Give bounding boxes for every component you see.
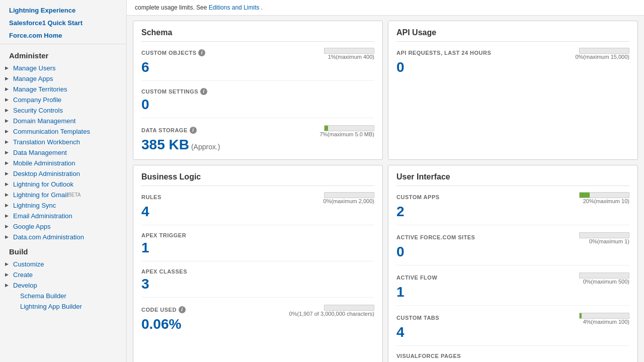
triangle-icon: ▶ (5, 65, 11, 71)
sidebar-section-administer: Administer (0, 46, 126, 63)
sidebar-item-label: Desktop Administration (13, 170, 80, 177)
sidebar-item-badge: BETA (68, 192, 80, 198)
progress-pct-custom-tabs: 4%(maximum 100) (583, 319, 629, 325)
metric-label-text-rules: RULES (141, 194, 162, 200)
sidebar-item-manage-territories[interactable]: ▶Manage Territories (0, 84, 126, 95)
sidebar-item-manage-users[interactable]: ▶Manage Users (0, 63, 126, 73)
info-icon-custom-settings[interactable]: i (200, 88, 207, 95)
sidebar-item-label: Manage Apps (13, 75, 53, 82)
sidebar-item-label: Communication Templates (13, 128, 90, 135)
sidebar-top-item-forcecom-home[interactable]: Force.com Home (0, 29, 126, 42)
sidebar-item-label: Schema Builder (20, 292, 66, 300)
sidebar-item-schema-builder[interactable]: Schema Builder (0, 291, 126, 301)
metric-rules: RULES0%(maximum 2,000)4 (141, 192, 374, 225)
metric-label-visualforce-pages: VISUALFORCE PAGES (396, 353, 461, 359)
sidebar-item-translation-workbench[interactable]: ▶Translation Workbench (0, 137, 126, 147)
sidebar-item-google-apps[interactable]: ▶Google Apps (0, 221, 126, 232)
triangle-icon: ▶ (5, 97, 11, 103)
metric-label-text-apex-trigger: APEX TRIGGER (141, 232, 186, 238)
triangle-icon: ▶ (5, 224, 11, 230)
metric-label-active-forcecom-sites: ACTIVE FORCE.COM SITES (396, 234, 475, 240)
sidebar-item-communication-templates[interactable]: ▶Communication Templates (0, 126, 126, 137)
metric-value-rules: 4 (141, 204, 149, 220)
sidebar-item-mobile-administration[interactable]: ▶Mobile Administration (0, 158, 126, 168)
info-icon-code-used[interactable]: i (179, 306, 186, 313)
metric-label-active-flow: ACTIVE FLOW (396, 275, 437, 281)
sidebar-item-data-management[interactable]: ▶Data Management (0, 147, 126, 158)
triangle-icon: ▶ (5, 118, 11, 124)
progress-bar-custom-apps (579, 192, 629, 198)
metric-label-text-data-storage: DATA STORAGE (141, 127, 188, 133)
sidebar-item-datacom-administration[interactable]: ▶Data.com Administration (0, 232, 126, 242)
panel-title-user-interface: User Interface (396, 172, 629, 186)
sidebar-item-lightning-sync[interactable]: ▶Lightning Sync (0, 200, 126, 211)
sidebar-item-email-administration[interactable]: ▶Email Administration (0, 211, 126, 221)
sidebar-item-label: Translation Workbench (13, 138, 80, 146)
panels-row-2: Business LogicRULES0%(maximum 2,000)4APE… (127, 160, 644, 362)
metric-visualforce-pages: VISUALFORCE PAGES (396, 353, 629, 361)
sidebar-item-security-controls[interactable]: ▶Security Controls (0, 105, 126, 116)
sidebar-item-lightning-app-builder[interactable]: Lightning App Builder (0, 301, 126, 312)
sidebar-item-lightning-for-outlook[interactable]: ▶Lightning for Outlook (0, 179, 126, 190)
metric-label-text-visualforce-pages: VISUALFORCE PAGES (396, 353, 461, 359)
top-bar-text2: . (261, 4, 263, 11)
sidebar-item-label: Security Controls (13, 107, 63, 114)
metric-label-apex-trigger: APEX TRIGGER (141, 232, 186, 238)
sidebar-item-develop[interactable]: ▶Develop (0, 280, 126, 291)
progress-pct-active-forcecom-sites: 0%(maximum 1) (589, 238, 629, 244)
progress-bar-data-storage (324, 125, 374, 131)
sidebar-item-label: Lightning for Outlook (13, 180, 73, 188)
sidebar-item-label: Customize (13, 260, 44, 268)
main-content: complete usage limits. See Editions and … (127, 0, 644, 362)
progress-pct-active-flow: 0%(maximum 500) (583, 279, 629, 285)
sidebar-item-label: Mobile Administration (13, 159, 75, 167)
sidebar-top-item-salesforce1-quick-start[interactable]: Salesforce1 Quick Start (0, 17, 126, 29)
sidebar-item-label: Data Management (13, 149, 67, 156)
info-icon-custom-objects[interactable]: i (198, 49, 205, 56)
sidebar-item-lightning-for-gmail[interactable]: ▶Lightning for Gmail BETA (0, 190, 126, 200)
sidebar-item-manage-apps[interactable]: ▶Manage Apps (0, 73, 126, 84)
sidebar-item-label: Data.com Administration (13, 233, 84, 241)
metric-label-custom-settings: CUSTOM SETTINGSi (141, 88, 207, 95)
panel-schema: SchemaCUSTOM OBJECTSi1%(maximum 400)6CUS… (133, 21, 383, 160)
triangle-icon (12, 293, 18, 299)
metric-label-text-api-requests: API REQUESTS, LAST 24 HOURS (396, 50, 491, 56)
sidebar-item-desktop-administration[interactable]: ▶Desktop Administration (0, 168, 126, 179)
panels-row-1: SchemaCUSTOM OBJECTSi1%(maximum 400)6CUS… (127, 16, 644, 160)
metric-value-code-used: 0.06% (141, 317, 181, 332)
triangle-icon: ▶ (5, 171, 11, 177)
metric-label-apex-classes: APEX CLASSES (141, 268, 187, 275)
metric-label-custom-tabs: CUSTOM TABS (396, 315, 439, 321)
metric-value-data-storage: 385 KB (141, 137, 189, 153)
progress-fill-custom-objects (325, 48, 325, 53)
triangle-icon: ▶ (5, 76, 11, 82)
sidebar-top-item-lightning-experience[interactable]: Lightning Experience (0, 4, 126, 17)
metric-label-text-custom-objects: CUSTOM OBJECTS (141, 50, 196, 56)
progress-bar-api-requests (579, 48, 629, 54)
top-bar-text: complete usage limits. See (135, 4, 209, 11)
sidebar-item-label: Google Apps (13, 223, 50, 230)
sidebar-item-label: Lightning for Gmail (13, 191, 68, 199)
metric-custom-settings: CUSTOM SETTINGSi0 (141, 88, 374, 118)
sidebar-item-company-profile[interactable]: ▶Company Profile (0, 95, 126, 105)
triangle-icon: ▶ (5, 108, 11, 114)
triangle-icon: ▶ (5, 261, 11, 267)
sidebar-section-build: Build (0, 242, 126, 259)
metric-custom-apps: CUSTOM APPS20%(maximum 10)2 (396, 192, 629, 225)
sidebar-item-domain-management[interactable]: ▶Domain Management (0, 116, 126, 126)
editions-limits-link[interactable]: Editions and Limits (209, 4, 260, 11)
sidebar-item-label: Email Administration (13, 212, 72, 220)
info-icon-data-storage[interactable]: i (190, 127, 197, 134)
sidebar-item-label: Lightning App Builder (20, 303, 82, 310)
sidebar-item-label: Create (13, 271, 33, 279)
progress-pct-code-used: 0%(1,907 of 3,000,000 characters) (289, 311, 374, 317)
progress-fill-custom-tabs (580, 313, 582, 318)
triangle-icon: ▶ (5, 129, 11, 135)
sidebar-item-customize[interactable]: ▶Customize (0, 259, 126, 269)
metric-label-data-storage: DATA STORAGEi (141, 127, 197, 134)
metric-label-text-custom-settings: CUSTOM SETTINGS (141, 88, 198, 95)
sidebar-item-create[interactable]: ▶Create (0, 269, 126, 280)
metric-apex-trigger: APEX TRIGGER1 (141, 232, 374, 261)
triangle-icon: ▶ (5, 192, 11, 198)
metric-apex-classes: APEX CLASSES3 (141, 268, 374, 298)
